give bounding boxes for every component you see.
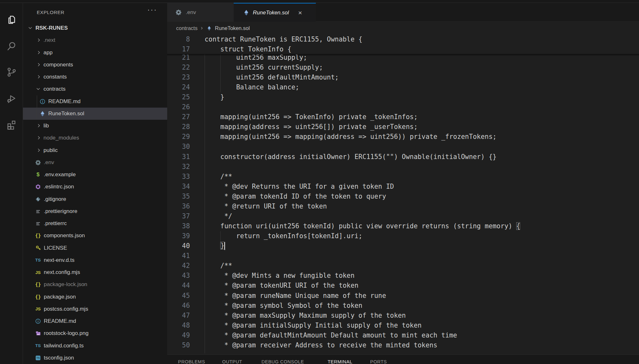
line-number[interactable]: 46 (167, 302, 190, 309)
tree-item-license[interactable]: LICENSE (23, 242, 167, 254)
tree-item-constants[interactable]: constants (23, 71, 167, 83)
file-label: .prettierrc (44, 220, 67, 227)
line-number[interactable]: 32 (167, 163, 190, 171)
tree-project-root[interactable]: RSK-RUNES (23, 22, 167, 34)
tree-item--eslintrc-json[interactable]: .eslintrc.json (23, 181, 167, 193)
line-number[interactable]: 23 (167, 73, 190, 81)
line-number[interactable]: 39 (167, 232, 190, 240)
tree-item-contracts[interactable]: contracts (23, 83, 167, 95)
line-number[interactable]: 44 (167, 282, 190, 289)
ellipsis-icon[interactable]: ··· (147, 6, 157, 13)
tree-item-readme-md[interactable]: README.md (23, 95, 167, 108)
line-number[interactable]: 43 (167, 272, 190, 279)
js-icon: JS (35, 306, 41, 312)
sticky-scroll: 8contract RuneToken is ERC1155, Ownable … (167, 34, 639, 54)
line-number[interactable]: 34 (167, 183, 190, 190)
code-text: } (190, 242, 225, 250)
activity-source-control-button[interactable] (0, 64, 23, 81)
tree-item-node-modules[interactable]: node_modules (23, 132, 167, 144)
ts-icon: TS (35, 257, 41, 263)
line-number[interactable]: 42 (167, 262, 190, 269)
tree-item--prettierrc[interactable]: .prettierrc (23, 217, 167, 230)
file-label: app (43, 49, 52, 56)
line-number[interactable]: 26 (167, 103, 190, 111)
tree-item-package-json[interactable]: {}package.json (23, 291, 167, 303)
tree-item--gitignore[interactable]: .gitignore (23, 193, 167, 205)
code-text: } (190, 93, 224, 101)
tree-item-tailwind-config-ts[interactable]: TStailwind.config.ts (23, 340, 167, 352)
panel-tab-problems[interactable]: PROBLEMS (178, 359, 205, 364)
line-number[interactable]: 38 (167, 222, 190, 230)
activity-search-button[interactable] (0, 39, 23, 55)
code-line-38: 38 function uri(uint256 tokenId) public … (167, 221, 639, 231)
tree-item--env[interactable]: .env (23, 156, 167, 169)
file-label: package-lock.json (44, 281, 87, 288)
explorer-title: EXPLORER (37, 10, 65, 15)
file-label: README.md (48, 98, 81, 105)
tree-item-package-lock-json[interactable]: {}package-lock.json (23, 278, 167, 291)
panel-tab-ports[interactable]: PORTS (370, 359, 387, 364)
files-icon (6, 14, 17, 27)
tree-item-rootstock-logo-png[interactable]: rootstock-logo.png (23, 327, 167, 339)
tree-item-runetoken-sol[interactable]: RuneToken.sol (23, 108, 167, 120)
line-number[interactable]: 36 (167, 202, 190, 210)
code-text: * @param initialSupply Initial supply of… (190, 322, 422, 329)
line-number[interactable]: 22 (167, 64, 190, 71)
line-number[interactable]: 40 (167, 242, 190, 250)
line-number[interactable]: 8 (167, 35, 190, 43)
file-label: RuneToken.sol (48, 110, 84, 117)
panel-tab-debug-console[interactable]: DEBUG CONSOLE (261, 359, 304, 364)
line-number[interactable]: 25 (167, 93, 190, 101)
activity-explorer-button[interactable] (0, 12, 23, 29)
line-number[interactable]: 24 (167, 83, 190, 91)
search-icon (6, 41, 17, 53)
code-text: * @return URI of the token (190, 202, 327, 210)
line-number[interactable]: 31 (167, 153, 190, 161)
code-text: * @param maxSupply Maximum supply of the… (190, 312, 406, 319)
eslint-icon (35, 184, 41, 190)
tree-item-readme-md[interactable]: README.md (23, 315, 167, 327)
file-label: public (43, 147, 58, 154)
code-text: Balance balance; (190, 83, 299, 91)
line-number[interactable]: 50 (167, 341, 190, 349)
tree-item-lib[interactable]: lib (23, 120, 167, 132)
tree-item-app[interactable]: app (23, 47, 167, 59)
info-icon (39, 98, 46, 105)
tree-item-tsconfig-json[interactable]: TStsconfig.json (23, 352, 167, 364)
panel-tab-terminal[interactable]: TERMINAL (328, 359, 352, 364)
line-number[interactable]: 30 (167, 143, 190, 150)
tree-item--env-example[interactable]: $.env.example (23, 169, 167, 181)
line-number[interactable]: 41 (167, 252, 190, 260)
panel-tab-output[interactable]: OUTPUT (222, 359, 242, 364)
line-number[interactable]: 37 (167, 212, 190, 220)
line-number[interactable]: 48 (167, 322, 190, 329)
line-number[interactable]: 35 (167, 193, 190, 200)
code-line-23: 23 uint256 defaultMintAmount; (167, 72, 639, 82)
line-number[interactable]: 33 (167, 173, 190, 180)
code-line-33: 33 /** (167, 171, 639, 181)
code-line-42: 42 /** (167, 261, 639, 271)
line-number[interactable]: 49 (167, 331, 190, 339)
line-number[interactable]: 29 (167, 133, 190, 140)
braces-icon: {} (35, 232, 41, 239)
line-number[interactable]: 47 (167, 312, 190, 319)
tree-item--prettierignore[interactable]: .prettierignore (23, 205, 167, 217)
code-line-24: 24 Balance balance; (167, 82, 639, 92)
activity-run-debug-button[interactable] (0, 91, 23, 107)
code-line-27: 27 mapping(uint256 => TokenInfo) private… (167, 112, 639, 122)
tree-indent-guide (37, 95, 37, 120)
activity-extensions-button[interactable] (0, 117, 23, 133)
line-number[interactable]: 28 (167, 123, 190, 131)
tree-item-next-env-d-ts[interactable]: TSnext-env.d.ts (23, 254, 167, 266)
tree-item-public[interactable]: public (23, 144, 167, 156)
line-number[interactable]: 45 (167, 292, 190, 300)
tree-item-next-config-mjs[interactable]: JSnext.config.mjs (23, 266, 167, 278)
tree-item-components-json[interactable]: {}components.json (23, 230, 167, 242)
gear-icon (35, 159, 41, 166)
line-number[interactable]: 17 (167, 45, 190, 53)
tree-item-components[interactable]: components (23, 59, 167, 71)
line-number[interactable]: 27 (167, 113, 190, 121)
tree-item--next[interactable]: .next (23, 34, 167, 46)
tree-item-postcss-config-mjs[interactable]: JSpostcss.config.mjs (23, 303, 167, 315)
file-label: .env (44, 159, 54, 166)
